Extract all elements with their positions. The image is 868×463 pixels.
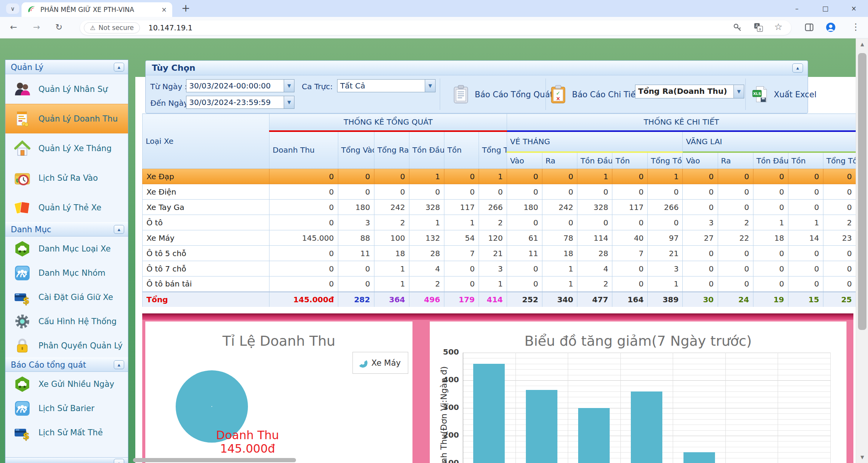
column-header[interactable]: Tổng Tồn — [479, 131, 507, 169]
pie-legend: Xe Máy — [353, 352, 408, 374]
table-row[interactable]: Xe Điện0000000000000000 — [143, 184, 856, 200]
sidebar-item-cấu-hình-hệ-thống[interactable]: Cấu Hình Hệ Thống — [5, 309, 128, 333]
column-header[interactable]: Ra — [718, 152, 753, 169]
sidebar-item-quản-lý-thẻ-xe[interactable]: Quản Lý Thẻ Xe — [5, 193, 128, 222]
bookmark-star-icon[interactable]: ☆ — [774, 22, 783, 32]
forward-icon[interactable]: → — [33, 22, 40, 32]
from-date-input[interactable]: 30/03/2024-00:00:00 ▼ — [186, 79, 294, 92]
table-row[interactable]: Ô tô 7 chỗ0014030140300000 — [143, 261, 856, 276]
column-header[interactable]: Tổng Tồn — [648, 152, 683, 169]
cell: 23 — [823, 230, 856, 246]
minimize-icon[interactable]: – — [783, 0, 811, 17]
sidebar-item-quản-lý-xe-tháng[interactable]: Quản Lý Xe Tháng — [5, 133, 128, 163]
column-header[interactable]: Vào — [507, 152, 542, 169]
cell: 14 — [788, 230, 823, 246]
sidebar-item-lịch-sử-mất-thẻ[interactable]: $Lịch Sử Mất Thẻ — [5, 420, 128, 445]
collapse-section-button[interactable]: ▲ — [114, 360, 124, 369]
column-header[interactable]: Tồn Đầu — [409, 131, 444, 169]
report-detail-button[interactable]: ✓× Báo Cáo Chi Tiết — [550, 75, 639, 114]
side-panel-icon[interactable] — [804, 22, 814, 32]
column-header[interactable]: Tồn — [788, 152, 823, 169]
options-panel: Tùy Chọn ▲ Từ Ngày : 30/03/2024-00:00:00… — [145, 60, 808, 113]
sidebar-item-phân-quyền-quản-lý[interactable]: Phân Quyền Quản Lý — [5, 333, 128, 358]
cell: 40 — [612, 230, 648, 246]
column-header[interactable]: Tồn — [444, 131, 479, 169]
new-tab-button[interactable]: + — [181, 2, 190, 14]
column-header[interactable]: Tổng Vào — [338, 131, 374, 169]
collapse-section-button[interactable]: ▲ — [114, 225, 124, 234]
column-header[interactable]: Tồn Đầu — [753, 152, 788, 169]
sidebar-item-label: Danh Mục Loại Xe — [38, 244, 111, 253]
column-header[interactable]: Tổng Ra — [374, 131, 409, 169]
column-header[interactable]: Vào — [683, 152, 718, 169]
vertical-scrollbar-thumb[interactable] — [858, 53, 866, 330]
dropdown-arrow-icon[interactable]: ▼ — [425, 80, 435, 92]
collapse-section-button[interactable]: ▲ — [114, 459, 124, 463]
row-label: Ô tô 5 chỗ — [143, 246, 269, 261]
shift-select[interactable]: Tất Cả ▼ — [337, 79, 436, 92]
sidebar-item-quản-lý-nhân-sự[interactable]: Quản Lý Nhân Sự — [5, 74, 128, 104]
column-header[interactable]: Tồn Đầu — [577, 152, 612, 169]
cell: 22 — [718, 230, 753, 246]
cell: 0 — [718, 246, 753, 261]
history-icon — [14, 170, 31, 187]
toolbar-divider — [745, 78, 746, 110]
to-date-input[interactable]: 30/03/2024-23:59:59 ▼ — [186, 96, 294, 109]
sidebar-item-quản-lý-doanh-thu[interactable]: Quản Lý Doanh Thu — [5, 104, 128, 133]
close-window-icon[interactable]: × — [840, 0, 868, 17]
table-row[interactable]: Xe Máy145.000881001325412061781144097272… — [143, 230, 856, 246]
sidebar-item-label: Cấu Hình Hệ Thống — [38, 317, 116, 326]
cell: 0 — [374, 169, 409, 184]
profile-avatar[interactable] — [826, 22, 836, 32]
y-tick-label: 100 — [438, 458, 459, 463]
collapse-panel-button[interactable]: ▲ — [792, 63, 803, 73]
report-general-button[interactable]: Báo Cáo Tổng Quát — [453, 75, 553, 114]
sidebar-item-lịch-sử-barier[interactable]: Lịch Sử Barier — [5, 396, 128, 420]
export-excel-button[interactable]: XLS Xuất Excel — [752, 75, 816, 114]
column-header[interactable]: Tổng Tồn — [823, 152, 856, 169]
translate-icon[interactable]: Aa — [753, 22, 763, 32]
reload-icon[interactable]: ↻ — [55, 22, 62, 32]
menu-dots-icon[interactable]: ⋮ — [851, 22, 860, 32]
sidebar-item-danh-mục-loại-xe[interactable]: Danh Mục Loại Xe — [5, 236, 128, 261]
vertical-scrollbar[interactable]: ▲ ▼ — [856, 38, 868, 463]
table-row[interactable]: Ô tô0321120000032112 — [143, 215, 856, 230]
close-tab-icon[interactable]: × — [161, 6, 167, 13]
maximize-icon[interactable]: □ — [811, 0, 840, 17]
tab-search-button[interactable]: ∨ — [6, 3, 19, 14]
column-header[interactable]: Ra — [542, 152, 577, 169]
sidebar-item-label: Cài Đặt Giá Giữ Xe — [38, 293, 113, 302]
table-row[interactable]: Xe Tay Ga0180242328117266180242328117266… — [143, 200, 856, 215]
address-bar[interactable]: ⚠ Not secure 10.147.19.1 — [80, 20, 791, 35]
cell: 0 — [269, 169, 338, 184]
scroll-down-icon[interactable]: ▼ — [856, 451, 868, 463]
cell: 0 — [753, 246, 788, 261]
column-header-loai-xe[interactable]: Loại Xe — [143, 114, 269, 169]
security-chip[interactable]: ⚠ Not secure — [84, 22, 140, 33]
table-row[interactable]: Ô tô 5 chỗ011182872111182872100000 — [143, 246, 856, 261]
sidebar-section-header: Quản Lý▲ — [5, 60, 128, 74]
sidebar-item-lịch-sử-ra-vào[interactable]: Lịch Sử Ra Vào — [5, 163, 128, 193]
column-header[interactable]: Doanh Thu — [269, 131, 338, 169]
dropdown-arrow-icon[interactable]: ▼ — [284, 96, 294, 108]
collapse-section-button[interactable]: ▲ — [114, 63, 124, 72]
column-header[interactable]: Tồn — [612, 152, 648, 169]
password-key-icon[interactable] — [733, 22, 743, 32]
table-row[interactable]: Ô tô bán tải0012010120100000 — [143, 276, 856, 292]
sidebar-item-cài-đặt-giá-giữ-xe[interactable]: $Cài Đặt Giá Giữ Xe — [5, 285, 128, 309]
to-date-value: 30/03/2024-23:59:59 — [186, 96, 284, 108]
sidebar-item-xe-gửi-nhiều-ngày[interactable]: Xe Gửi Nhiều Ngày — [5, 372, 128, 396]
detail-type-select[interactable]: Tổng Ra(Doanh Thu) ▼ — [635, 85, 744, 98]
total-cell: 24 — [718, 292, 753, 307]
dropdown-arrow-icon[interactable]: ▼ — [733, 85, 744, 98]
cell: 0 — [542, 169, 577, 184]
scroll-up-icon[interactable]: ▲ — [856, 38, 868, 50]
cell: 266 — [648, 200, 683, 215]
cell: 0 — [753, 200, 788, 215]
sidebar-item-danh-mục-nhóm[interactable]: Danh Mục Nhóm — [5, 261, 128, 285]
dropdown-arrow-icon[interactable]: ▼ — [284, 80, 294, 92]
back-icon[interactable]: ← — [10, 22, 17, 32]
table-row[interactable]: Xe Đạp0001010010100000 — [143, 169, 856, 184]
horizontal-scrollbar-thumb[interactable] — [133, 458, 296, 462]
browser-tab[interactable]: PHẦN MỀM GIỮ XE PTH-VINA × — [22, 2, 172, 17]
